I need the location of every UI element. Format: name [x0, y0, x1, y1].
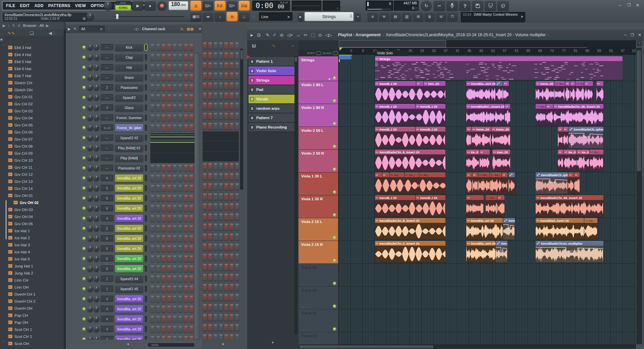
clip-title-bar[interactable]: ↦Xeno..20 — [536, 81, 554, 86]
step-button[interactable] — [208, 163, 212, 170]
step-button[interactable] — [167, 336, 171, 340]
step-button[interactable] — [235, 314, 239, 321]
channel-target-display[interactable]: 2 — [101, 84, 113, 91]
step-button[interactable] — [189, 124, 194, 131]
playlist-clip[interactable]: ↦XenoBladeChr..59_Insert 20 — [536, 195, 603, 217]
track-options-dots[interactable]: ... — [302, 122, 306, 126]
clip-title-bar[interactable]: ↦Xe.. — [490, 172, 501, 177]
step-button[interactable] — [172, 255, 177, 262]
track-mute-led[interactable] — [333, 145, 336, 148]
step-button[interactable] — [189, 104, 194, 111]
step-button[interactable] — [172, 94, 177, 101]
playlist-vertical-scrollbar[interactable] — [636, 48, 642, 344]
channel-led[interactable] — [83, 287, 86, 290]
playlist-clip[interactable]: ↦Xe.. — [584, 218, 597, 240]
clip-title-bar[interactable]: ↦ — [375, 172, 382, 177]
step-button[interactable] — [167, 54, 171, 61]
step-button[interactable] — [203, 72, 207, 79]
playlist-clip[interactable]: ↦XenoBla..ert 20 — [466, 218, 503, 240]
step-button[interactable] — [235, 62, 239, 69]
track-options-dots[interactable]: ... — [302, 282, 306, 286]
channel-pan-knob[interactable] — [87, 54, 93, 60]
playlist-lanes[interactable]: ↦Strings↦XenoB..t 20↦↦Xen..20↦XenoBla..s… — [339, 54, 636, 349]
clip-title-bar[interactable]: ↦Xen..20 — [492, 150, 511, 154]
channel-led[interactable] — [83, 237, 86, 240]
playlist-clip[interactable]: Xeno.. — [503, 218, 515, 240]
step-button[interactable] — [229, 103, 234, 109]
step-button[interactable] — [213, 52, 218, 59]
step-button[interactable] — [219, 334, 223, 340]
browser-scroll-up-icon[interactable]: ⌃ — [2, 44, 5, 48]
step-button[interactable] — [156, 104, 160, 111]
step-button[interactable] — [167, 114, 171, 121]
browser-item[interactable]: Scot CH 2 — [8, 333, 32, 340]
step-button[interactable] — [235, 203, 239, 210]
channel-button[interactable]: XenoBla..ert 20 — [115, 305, 143, 313]
step-button[interactable] — [189, 195, 194, 202]
play-button[interactable]: ▶ — [132, 1, 144, 10]
channel-volume-knob[interactable] — [94, 286, 99, 292]
track-header[interactable]: Track 29... — [299, 264, 338, 286]
open-piano-roll-button[interactable]: ⧄ — [368, 12, 378, 21]
playlist-clip[interactable]: ↦XenoBladeChr..8_Insert 20 — [375, 218, 445, 240]
browser-item[interactable]: Grv CH 03 — [8, 107, 33, 114]
step-button[interactable] — [213, 284, 218, 291]
step-button[interactable] — [203, 334, 207, 340]
clip-title-bar[interactable]: ↦ — [546, 104, 553, 109]
clip-title-bar[interactable]: ↦XenoBla..ert 20 — [466, 218, 503, 223]
step-button[interactable] — [178, 44, 182, 51]
channel-selector-indicator[interactable] — [145, 246, 147, 252]
step-button[interactable] — [229, 72, 234, 79]
step-button[interactable] — [150, 185, 155, 192]
channel-target-display[interactable]: --- — [101, 94, 113, 101]
step-button[interactable] — [150, 316, 155, 322]
step-button[interactable] — [224, 244, 228, 250]
channel-pan-knob[interactable] — [87, 185, 93, 191]
step-button[interactable] — [219, 203, 223, 210]
step-button[interactable] — [229, 213, 234, 220]
step-button[interactable] — [235, 163, 239, 170]
step-button[interactable] — [172, 84, 177, 91]
browser-tab-files-icon[interactable]: ❏ — [30, 31, 34, 36]
browser-item[interactable]: Grv CH 02 — [8, 100, 33, 107]
playlist-clip[interactable]: ↦ — [584, 81, 593, 103]
step-button[interactable] — [184, 245, 188, 252]
step-button[interactable] — [208, 113, 212, 119]
channel-pan-knob[interactable] — [87, 286, 93, 292]
browser-item[interactable]: Ekit 4 Hat — [8, 51, 31, 58]
step-button[interactable] — [235, 93, 239, 99]
mic-record-button[interactable] — [446, 1, 458, 11]
step-button[interactable] — [229, 83, 234, 89]
clip-title-bar[interactable]: ↦ — [382, 172, 389, 177]
channel-target-display[interactable]: --- — [101, 114, 113, 121]
clip-title-bar[interactable]: ↦Xe.. — [405, 172, 419, 177]
open-graph-editor-button[interactable]: ≋ — [379, 12, 389, 21]
channel-led[interactable] — [83, 197, 86, 200]
pl-zoom-tool-icon[interactable]: ⊙ — [318, 33, 322, 38]
step-button[interactable] — [167, 255, 171, 262]
step-button[interactable] — [167, 124, 171, 131]
step-button[interactable] — [156, 195, 160, 202]
step-button[interactable] — [203, 223, 207, 230]
channel-target-display[interactable]: --- — [101, 155, 113, 161]
step-button[interactable] — [156, 94, 160, 101]
channel-selector-indicator[interactable] — [145, 44, 147, 50]
step-button[interactable] — [172, 336, 177, 340]
playlist-clip[interactable]: ↦Xe.. — [536, 104, 546, 126]
rack-graph-icon[interactable]: .ılı. — [179, 27, 184, 31]
track-mute-led[interactable] — [333, 122, 336, 125]
blend-notes-button[interactable]: Ш+ — [227, 1, 237, 10]
channel-pan-knob[interactable] — [87, 246, 93, 251]
automation-clip-title[interactable]: XenoBladeCh..iplier — [536, 172, 568, 177]
step-button[interactable] — [235, 324, 239, 331]
step-button[interactable] — [213, 223, 218, 230]
step-button[interactable] — [150, 215, 155, 222]
clip-title-bar[interactable]: ↦Xe.. — [419, 172, 445, 177]
step-button[interactable] — [178, 175, 182, 182]
step-button[interactable] — [178, 84, 182, 91]
channel-target-display[interactable]: 6 — [101, 175, 113, 181]
step-button[interactable] — [161, 286, 166, 292]
rack-vertical-scrollbar[interactable] — [195, 54, 200, 339]
open-plugin-picker-button[interactable]: Ψ — [436, 12, 446, 21]
step-button[interactable] — [172, 296, 177, 302]
